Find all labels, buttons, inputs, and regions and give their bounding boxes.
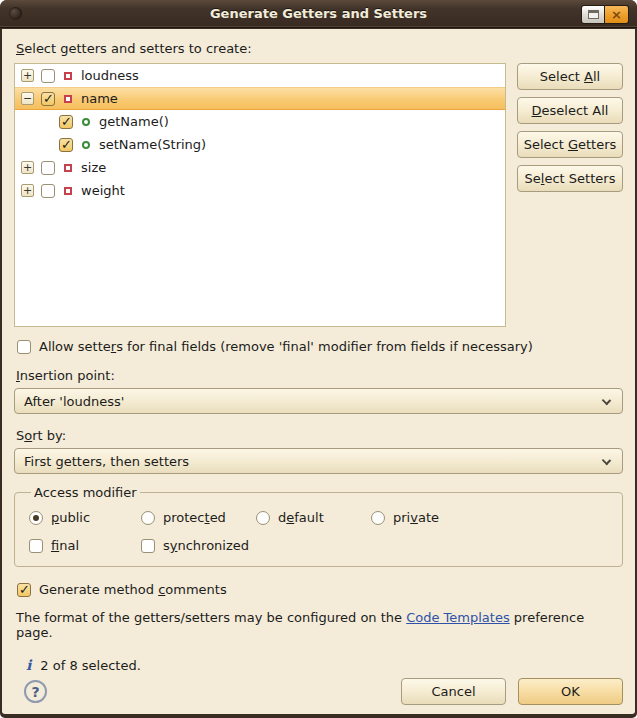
close-icon: × [611,8,622,21]
radio-public[interactable]: public [29,510,141,525]
status-row: i 2 of 8 selected. [26,657,623,673]
select-all-button[interactable]: Select All [517,63,623,90]
generate-comments-label: Generate method comments [39,582,227,597]
chevron-down-icon [602,396,611,405]
collapse-icon[interactable]: − [21,92,34,105]
tree-row-label: setName(String) [99,137,206,152]
expand-icon[interactable]: + [21,69,34,82]
sort-by-select[interactable]: First getters, then setters [14,448,623,474]
row-checkbox[interactable] [41,69,55,83]
tree-row-label: getName() [99,114,169,129]
allow-setters-checkbox[interactable] [17,340,31,354]
field-icon [64,95,72,103]
method-icon [82,141,90,149]
insertion-point-label: Insertion point: [16,368,623,383]
select-getters-button[interactable]: Select Getters [517,131,623,158]
generate-getters-setters-dialog: Generate Getters and Setters × Select ge… [0,0,637,718]
radio-public-label: public [51,510,90,525]
maximize-icon [588,10,599,19]
tree-row-label: size [81,160,106,175]
insertion-point-select[interactable]: After 'loudness' [14,388,623,414]
tree-row-getname[interactable]: getName() [15,110,505,133]
radio-icon[interactable] [256,511,270,525]
generate-comments-checkbox[interactable] [17,583,31,597]
tree-row-loudness[interactable]: + loudness [15,64,505,87]
row-checkbox[interactable] [59,115,73,129]
field-icon [64,164,72,172]
radio-icon[interactable] [141,511,155,525]
radio-icon[interactable] [29,511,43,525]
row-checkbox[interactable] [41,161,55,175]
titlebar[interactable]: Generate Getters and Setters × [0,0,637,28]
cancel-button[interactable]: Cancel [401,678,506,705]
getter-setter-tree: + loudness − name getName() [14,63,506,327]
tree-row-weight[interactable]: + weight [15,179,505,202]
radio-icon[interactable] [371,511,385,525]
help-button[interactable]: ? [24,680,47,703]
status-text: 2 of 8 selected. [40,658,140,673]
sort-by-label: Sort by: [16,428,623,443]
tree-row-setname[interactable]: setName(String) [15,133,505,156]
field-icon [64,187,72,195]
radio-private[interactable]: private [371,510,608,525]
info-icon: i [26,657,31,673]
checkbox-final-label: final [51,538,79,553]
field-icon [64,72,72,80]
button-bar: ? Cancel OK [14,678,623,705]
method-icon [82,118,90,126]
checkbox-synchronized[interactable]: synchronized [141,538,256,553]
format-note: The format of the getters/setters may be… [16,610,623,640]
access-modifier-legend: Access modifier [31,485,140,500]
chevron-down-icon [602,456,611,465]
expand-icon[interactable]: + [21,161,34,174]
tree-row-label: name [81,91,118,106]
access-modifier-group: Access modifier public protected default… [14,485,623,567]
radio-default-label: default [278,510,324,525]
checkbox-final[interactable]: final [29,538,141,553]
sort-by-value: First getters, then setters [24,454,189,469]
row-checkbox[interactable] [41,92,55,106]
tree-caption: Select getters and setters to create: [16,41,623,56]
window-title: Generate Getters and Setters [0,6,637,21]
tree-row-name[interactable]: − name [15,87,505,110]
select-setters-button[interactable]: Select Setters [517,165,623,192]
row-checkbox[interactable] [41,184,55,198]
allow-setters-label: Allow setters for final fields (remove '… [39,339,533,354]
maximize-button[interactable] [581,5,605,24]
code-templates-link[interactable]: Code Templates [406,610,510,625]
row-checkbox[interactable] [59,138,73,152]
radio-default[interactable]: default [256,510,371,525]
insertion-point-value: After 'loudness' [24,394,124,409]
tree-row-label: loudness [81,68,139,83]
checkbox-icon[interactable] [29,539,43,553]
dialog-body: Select getters and setters to create: + … [2,29,635,714]
radio-protected[interactable]: protected [141,510,256,525]
tree-row-label: weight [81,183,125,198]
deselect-all-button[interactable]: Deselect All [517,97,623,124]
expand-icon[interactable]: + [21,184,34,197]
tree-row-size[interactable]: + size [15,156,505,179]
checkbox-icon[interactable] [141,539,155,553]
close-button[interactable]: × [605,5,629,24]
checkbox-synchronized-label: synchronized [163,538,249,553]
radio-protected-label: protected [163,510,226,525]
ok-button[interactable]: OK [518,678,623,705]
radio-private-label: private [393,510,439,525]
